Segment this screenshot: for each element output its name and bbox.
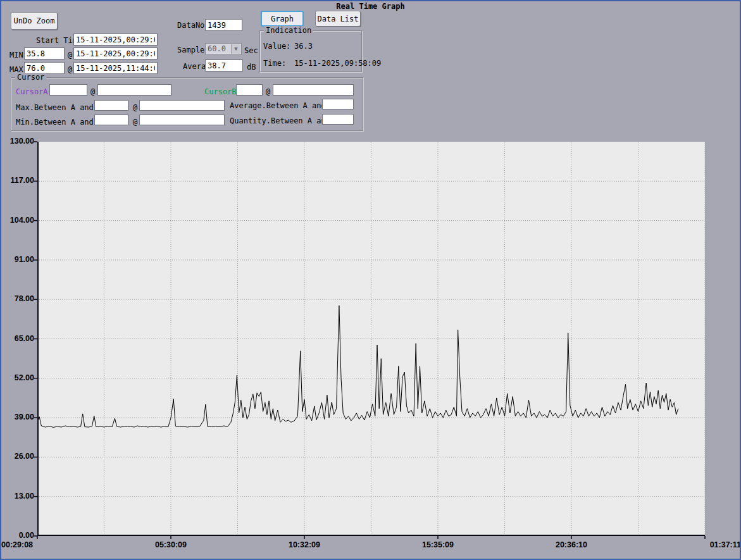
x-axis-label: 10:32:09 <box>279 540 330 549</box>
indication-time-label: Time: <box>263 59 286 68</box>
data-no-label: DataNo. <box>177 21 209 30</box>
data-list-button[interactable]: Data List <box>315 11 361 27</box>
max-between-label: Max.Between A and B <box>16 103 103 112</box>
max-time-input[interactable] <box>73 62 158 74</box>
avg-between-input[interactable] <box>322 99 354 109</box>
cursor-a-at-symbol: @ <box>90 87 95 96</box>
min-between-at-symbol: @ <box>133 118 137 127</box>
x-axis-label: 20:36:10 <box>546 540 597 549</box>
cursor-b-input[interactable] <box>236 84 263 96</box>
y-axis-label: 117.00 <box>1 176 34 185</box>
y-axis-label: 13.00 <box>1 492 34 501</box>
min-between-time-input[interactable] <box>139 115 225 125</box>
min-input[interactable] <box>24 47 65 59</box>
indication-value-label: Value: <box>263 42 290 51</box>
qty-between-input[interactable] <box>322 114 354 125</box>
indication-groupbox: Indication Value: 36.3 Time: 15-11-2025,… <box>259 30 362 72</box>
max-between-input[interactable] <box>94 100 128 111</box>
app-window: Real Time Graph UnDo Zoom DataNo. Graph … <box>0 0 741 560</box>
max-at-symbol: @ <box>68 65 72 74</box>
y-axis-label: 104.00 <box>1 216 34 225</box>
y-axis-label: 26.00 <box>1 452 34 461</box>
data-no-input[interactable] <box>205 19 242 31</box>
sec-label: Sec <box>244 46 258 55</box>
y-axis-label: 52.00 <box>1 373 34 382</box>
cursor-groupbox: Cursor CursorA @ CursorB @ Max.Between A… <box>11 77 363 131</box>
min-at-symbol: @ <box>68 51 72 59</box>
db-label: dB <box>247 63 256 72</box>
y-axis-label: 130.00 <box>1 137 34 146</box>
min-time-input[interactable] <box>73 47 158 59</box>
cursor-b-label: CursorB <box>204 87 237 96</box>
series-line <box>37 306 678 428</box>
start-time-input[interactable] <box>73 34 158 46</box>
x-axis-label: 01:37:11 <box>690 540 741 549</box>
cursor-title: Cursor <box>15 73 46 82</box>
sample-rate-value: 60.0 <box>208 44 226 53</box>
cursor-b-at-symbol: @ <box>266 87 270 96</box>
indication-value: 36.3 <box>294 42 313 51</box>
min-between-label: Min.Between A and B <box>16 118 103 127</box>
chart-plot[interactable] <box>37 142 705 536</box>
window-title: Real Time Graph <box>1 2 740 11</box>
undo-zoom-button[interactable]: UnDo Zoom <box>11 12 58 30</box>
max-between-time-input[interactable] <box>139 100 225 111</box>
y-axis-label: 39.00 <box>1 413 34 421</box>
chevron-down-icon: ▼ <box>231 44 240 54</box>
avg-between-label: Average.Between A and B <box>230 101 335 110</box>
x-axis-label: 00:29:08 <box>1 540 52 549</box>
cursor-b-time-input[interactable] <box>273 84 354 96</box>
average-input[interactable] <box>205 59 243 72</box>
min-between-input[interactable] <box>94 115 128 125</box>
y-axis-label: 0.00 <box>1 531 34 540</box>
min-label: MIN <box>9 51 23 59</box>
indication-title: Indication <box>264 26 313 35</box>
graph-button[interactable]: Graph <box>261 11 304 27</box>
y-axis-label: 91.00 <box>1 255 34 264</box>
x-axis-label: 15:35:09 <box>413 540 463 549</box>
indication-time: 15-11-2025,09:58:09 <box>294 59 381 68</box>
cursor-a-input[interactable] <box>49 84 87 96</box>
max-between-at-symbol: @ <box>133 103 137 112</box>
y-axis-label: 65.00 <box>1 334 34 343</box>
y-axis-label: 78.00 <box>1 294 34 303</box>
x-axis-label: 05:30:09 <box>146 540 196 549</box>
realtime-graph <box>37 142 705 536</box>
cursor-a-label: CursorA <box>16 87 48 96</box>
cursor-a-time-input[interactable] <box>97 84 171 96</box>
sample-rate-select[interactable]: 60.0 ▼ <box>205 43 242 55</box>
